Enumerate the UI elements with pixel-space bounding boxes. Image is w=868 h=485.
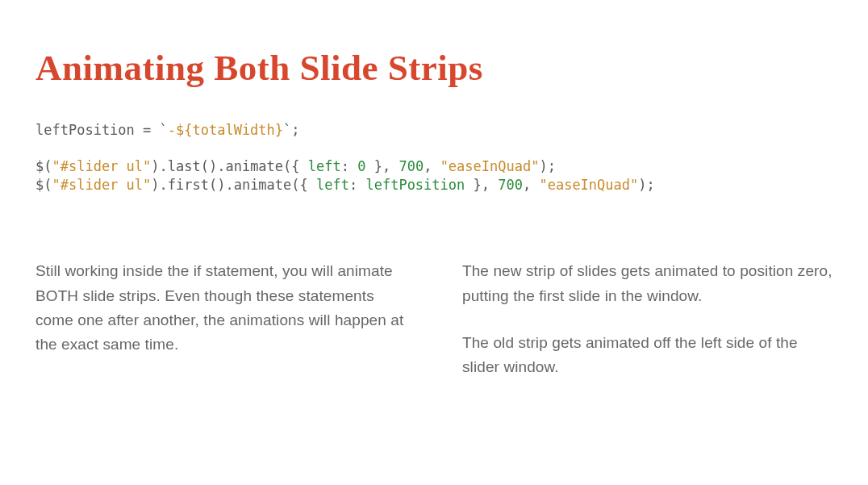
code-line-3-a: $( bbox=[35, 177, 52, 193]
code-line-3-c: ).first().animate({ bbox=[151, 177, 316, 193]
code-line-3-i: , bbox=[523, 177, 539, 193]
code-line-2-g: }, bbox=[365, 158, 399, 174]
code-line-3-g: }, bbox=[465, 177, 498, 193]
code-line-3-prop: left bbox=[316, 177, 349, 193]
left-paragraph-1: Still working inside the if statement, y… bbox=[35, 259, 406, 357]
code-line-3-selector: "#slider ul" bbox=[52, 177, 151, 193]
code-block: leftPosition = `-${totalWidth}`; $("#sli… bbox=[35, 121, 833, 195]
slide-title: Animating Both Slide Strips bbox=[35, 48, 833, 89]
code-line-2-selector: "#slider ul" bbox=[52, 158, 151, 174]
slide: Animating Both Slide Strips leftPosition… bbox=[0, 0, 868, 485]
code-line-1-c: `; bbox=[283, 122, 299, 138]
code-line-3-duration: 700 bbox=[498, 177, 523, 193]
code-line-2-prop: left bbox=[308, 158, 341, 174]
right-column: The new strip of slides gets animated to… bbox=[462, 259, 833, 403]
right-paragraph-1: The new strip of slides gets animated to… bbox=[462, 259, 833, 308]
code-line-3-var: leftPosition bbox=[365, 177, 465, 193]
code-line-2-c: ).last().animate({ bbox=[151, 158, 307, 174]
code-line-2-k: ); bbox=[539, 158, 555, 174]
left-column: Still working inside the if statement, y… bbox=[35, 259, 406, 403]
code-line-2-i: , bbox=[424, 158, 440, 174]
code-line-2-zero: 0 bbox=[357, 158, 365, 174]
code-line-3-e: : bbox=[349, 177, 365, 193]
code-line-1-a: leftPosition = ` bbox=[35, 122, 168, 138]
code-line-2-duration: 700 bbox=[399, 158, 424, 174]
code-line-2-easing: "easeInQuad" bbox=[440, 158, 540, 174]
code-line-1-template: -${totalWidth} bbox=[168, 122, 283, 138]
code-line-2-a: $( bbox=[35, 158, 52, 174]
code-line-2-e: : bbox=[341, 158, 357, 174]
right-paragraph-2: The old strip gets animated off the left… bbox=[462, 331, 833, 380]
body-columns: Still working inside the if statement, y… bbox=[35, 259, 833, 403]
code-line-3-k: ); bbox=[638, 177, 654, 193]
code-line-3-easing: "easeInQuad" bbox=[539, 177, 638, 193]
